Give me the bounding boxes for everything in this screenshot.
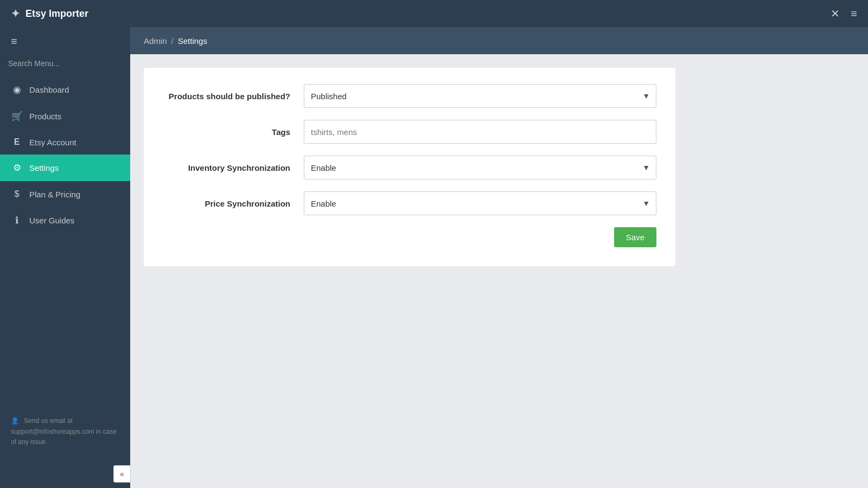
tags-input[interactable] bbox=[304, 120, 656, 144]
breadcrumb-current: Settings bbox=[178, 36, 207, 46]
inventory-row: Inventory Synchronization Enable Disable… bbox=[163, 156, 656, 179]
sidebar-nav: ◉ Dashboard 🛒 Products E Etsy Account ⚙ … bbox=[0, 76, 130, 408]
page-content: Products should be published? Published … bbox=[130, 54, 868, 488]
sidebar-item-settings[interactable]: ⚙ Settings bbox=[0, 155, 130, 181]
settings-card: Products should be published? Published … bbox=[144, 68, 675, 266]
sidebar-item-label: Plan & Pricing bbox=[29, 190, 80, 199]
products-icon: 🛒 bbox=[11, 111, 23, 122]
info-icon: ℹ bbox=[11, 215, 23, 226]
dashboard-icon: ◉ bbox=[11, 84, 23, 95]
inventory-label: Inventory Synchronization bbox=[163, 163, 304, 172]
breadcrumb-separator: / bbox=[171, 36, 174, 46]
breadcrumb: Admin / Settings bbox=[130, 27, 868, 54]
sidebar-collapse-button[interactable]: « bbox=[113, 465, 131, 483]
hamburger-icon[interactable]: ≡ bbox=[851, 8, 857, 20]
topbar-actions: ✕ ≡ bbox=[831, 7, 857, 20]
main-layout: ≡ ◉ Dashboard 🛒 Products E Etsy Account … bbox=[0, 27, 868, 488]
sidebar-item-label: Dashboard bbox=[29, 85, 69, 94]
close-icon[interactable]: ✕ bbox=[831, 7, 840, 20]
save-button[interactable]: Save bbox=[614, 227, 656, 247]
footer-icon: 👤 bbox=[11, 417, 19, 425]
search-input[interactable] bbox=[8, 59, 122, 68]
publish-select[interactable]: Published Draft Pending bbox=[304, 84, 656, 108]
app-title: Etsy Importer bbox=[25, 8, 88, 20]
sidebar-item-label: Etsy Account bbox=[29, 138, 76, 147]
sidebar-hamburger[interactable]: ≡ bbox=[0, 27, 130, 56]
breadcrumb-parent[interactable]: Admin bbox=[144, 36, 167, 46]
publish-row: Products should be published? Published … bbox=[163, 84, 656, 108]
app-title-area: ✦ Etsy Importer bbox=[11, 7, 88, 20]
pricing-icon: $ bbox=[11, 189, 23, 200]
collapse-icon: « bbox=[120, 470, 124, 478]
etsy-icon: E bbox=[11, 137, 23, 147]
sidebar-item-plan-pricing[interactable]: $ Plan & Pricing bbox=[0, 181, 130, 207]
topbar: ✦ Etsy Importer ✕ ≡ bbox=[0, 0, 868, 27]
sidebar-item-etsy-account[interactable]: E Etsy Account bbox=[0, 130, 130, 155]
sidebar-item-dashboard[interactable]: ◉ Dashboard bbox=[0, 76, 130, 103]
price-row: Price Synchronization Enable Disable ▼ bbox=[163, 191, 656, 215]
footer-text: Send us email at support@infoshoreapps.c… bbox=[11, 417, 117, 445]
sidebar: ≡ ◉ Dashboard 🛒 Products E Etsy Account … bbox=[0, 27, 130, 488]
price-label: Price Synchronization bbox=[163, 199, 304, 208]
tags-row: Tags bbox=[163, 120, 656, 144]
price-select[interactable]: Enable Disable bbox=[304, 191, 656, 215]
publish-select-wrapper: Published Draft Pending ▼ bbox=[304, 84, 656, 108]
sidebar-item-label: User Guides bbox=[29, 216, 74, 225]
inventory-select-wrapper: Enable Disable ▼ bbox=[304, 156, 656, 179]
settings-icon: ⚙ bbox=[11, 162, 23, 174]
publish-label: Products should be published? bbox=[163, 92, 304, 101]
sidebar-item-label: Settings bbox=[29, 163, 59, 172]
inventory-select[interactable]: Enable Disable bbox=[304, 156, 656, 179]
content-area: Admin / Settings Products should be publ… bbox=[130, 27, 868, 488]
sidebar-item-products[interactable]: 🛒 Products bbox=[0, 103, 130, 130]
sidebar-item-user-guides[interactable]: ℹ User Guides bbox=[0, 207, 130, 234]
form-actions: Save bbox=[163, 227, 656, 247]
app-gear-icon: ✦ bbox=[11, 7, 20, 20]
sidebar-item-label: Products bbox=[29, 112, 61, 121]
sidebar-search-area bbox=[0, 56, 130, 76]
tags-label: Tags bbox=[163, 127, 304, 137]
sidebar-footer: 👤 Send us email at support@infoshoreapps… bbox=[0, 408, 130, 455]
price-select-wrapper: Enable Disable ▼ bbox=[304, 191, 656, 215]
